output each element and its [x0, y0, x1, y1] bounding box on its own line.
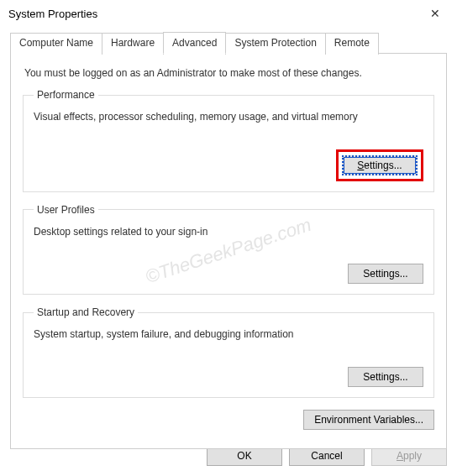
group-performance-legend: Performance	[34, 89, 98, 101]
group-performance: Performance Visual effects, processor sc…	[23, 89, 434, 192]
tab-advanced[interactable]: Advanced	[163, 32, 226, 54]
tab-system-protection[interactable]: System Protection	[225, 33, 325, 55]
group-user-profiles-legend: User Profiles	[34, 204, 98, 216]
close-icon[interactable]: ✕	[418, 2, 452, 25]
group-startup-recovery: Startup and Recovery System startup, sys…	[23, 306, 434, 398]
window-title: System Properties	[8, 8, 97, 20]
tab-computer-name[interactable]: Computer Name	[10, 33, 102, 55]
group-startup-recovery-legend: Startup and Recovery	[34, 306, 138, 318]
tab-hardware[interactable]: Hardware	[102, 33, 164, 55]
tab-remote[interactable]: Remote	[325, 33, 379, 55]
highlight-box: Settings...	[336, 149, 423, 181]
title-bar: System Properties ✕	[0, 0, 457, 27]
group-user-profiles-desc: Desktop settings related to your sign-in	[34, 226, 423, 239]
environment-variables-button[interactable]: Environment Variables...	[303, 410, 434, 430]
tab-container: Computer Name Hardware Advanced System P…	[10, 32, 447, 450]
tab-panel-advanced: ©TheGeekPage.com You must be logged on a…	[10, 53, 447, 449]
tabs-row: Computer Name Hardware Advanced System P…	[10, 32, 447, 54]
user-profiles-settings-button[interactable]: Settings...	[348, 264, 423, 284]
group-startup-recovery-desc: System startup, system failure, and debu…	[34, 328, 423, 342]
startup-recovery-settings-button[interactable]: Settings...	[348, 367, 423, 387]
performance-settings-button[interactable]: Settings...	[342, 155, 418, 175]
group-performance-desc: Visual effects, processor scheduling, me…	[34, 111, 423, 124]
admin-intro-text: You must be logged on as an Administrato…	[24, 67, 434, 79]
group-user-profiles: User Profiles Desktop settings related t…	[23, 204, 434, 296]
